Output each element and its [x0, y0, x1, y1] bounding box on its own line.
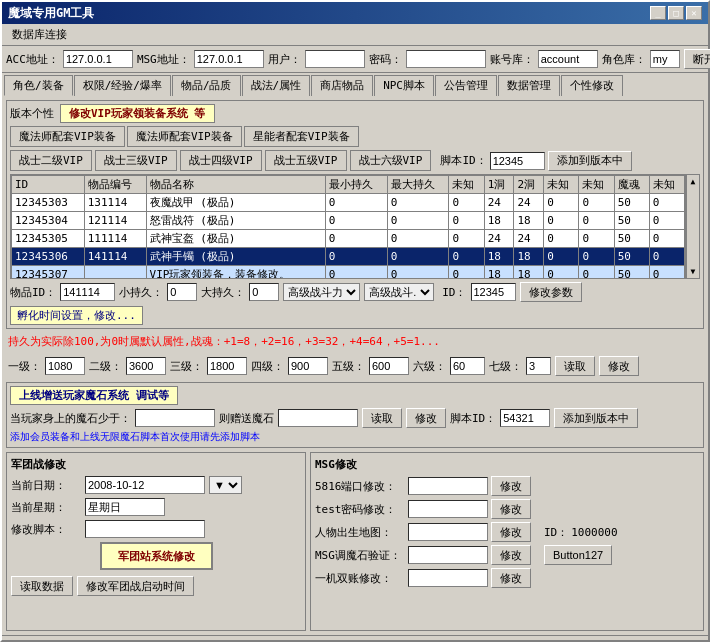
user-label: 用户： [268, 52, 301, 67]
msg-map-modify-button[interactable]: 修改 [491, 522, 531, 542]
stone-give-input[interactable] [278, 409, 358, 427]
acc-db-input[interactable] [538, 50, 598, 68]
vip-sub-tabs: 魔法师配套VIP装备 魔法师配套VIP装备 星能者配套VIP装备 [10, 126, 700, 147]
combat2-select[interactable]: 高级战斗... [364, 283, 434, 301]
table-row[interactable]: 12345305111114武神宝盔 (极品)000242400500 [12, 230, 685, 248]
level1-input[interactable] [45, 357, 85, 375]
table-row[interactable]: 12345306141114武神手镯 (极品)000181800500 [12, 248, 685, 266]
user-input[interactable] [305, 50, 365, 68]
msg-machine-modify-button[interactable]: 修改 [491, 568, 531, 588]
menu-db[interactable]: 数据库连接 [6, 26, 73, 43]
main-window: 魔域专用GM工具 _ □ ✕ 数据库连接 ACC地址： MSG地址： 用户： 密… [0, 0, 710, 642]
tab-data-manage[interactable]: 数据管理 [498, 75, 560, 96]
msg-map-input[interactable] [408, 523, 488, 541]
version-label: 版本个性 [10, 106, 54, 121]
msg-address-label: MSG地址： [137, 52, 190, 67]
table-row[interactable]: 12345303131114夜魔战甲 (极品)000242400500 [12, 194, 685, 212]
window-title: 魔域专用GM工具 [8, 5, 94, 22]
warrior-tab-lv5[interactable]: 战士五级VIP [265, 150, 347, 171]
version-row: 版本个性 修改VIP玩家领装备系统 等 [10, 104, 700, 123]
guild-date-input[interactable] [85, 476, 205, 494]
guild-modify-time-button[interactable]: 修改军团战启动时间 [77, 576, 194, 596]
id-input[interactable] [471, 283, 516, 301]
max-label: 大持久： [201, 285, 245, 300]
min-input[interactable] [167, 283, 197, 301]
stone-title: 上线增送玩家魔石系统 调试等 [10, 386, 178, 405]
add-to-version-button[interactable]: 添加到版本中 [548, 151, 632, 171]
warrior-tab-lv2[interactable]: 战士二级VIP [10, 150, 92, 171]
stone-add-button[interactable]: 添加到版本中 [554, 408, 638, 428]
msg-address-input[interactable] [194, 50, 264, 68]
stone-modify-button[interactable]: 修改 [406, 408, 446, 428]
table-container: ID 物品编号 物品名称 最小持久 最大持久 未知 1洞 2洞 未知 未知 魔魂 [10, 174, 700, 279]
level4-input[interactable] [288, 357, 328, 375]
max-input[interactable] [249, 283, 279, 301]
stone-less-label: 当玩家身上的魔石少于： [10, 411, 131, 426]
guild-big-btn-row: 军团站系统修改 [11, 542, 301, 570]
msg-test-input[interactable] [408, 500, 488, 518]
modify-param-button[interactable]: 修改参数 [520, 282, 582, 302]
stone-read-button[interactable]: 读取 [362, 408, 402, 428]
item-id-input[interactable] [60, 283, 115, 301]
table-scrollbar[interactable]: ▲ ▼ [686, 174, 700, 279]
acc-address-input[interactable] [63, 50, 133, 68]
level6-input[interactable] [450, 357, 485, 375]
role-db-label: 角色库： [602, 52, 646, 67]
tab-shop-item[interactable]: 商店物品 [311, 75, 373, 96]
tab-skill-attribute[interactable]: 战法/属性 [242, 75, 311, 96]
role-db-input[interactable] [650, 50, 680, 68]
stone-less-input[interactable] [135, 409, 215, 427]
warrior-tab-lv6[interactable]: 战士六级VIP [350, 150, 432, 171]
btn127-button[interactable]: Button127 [544, 545, 612, 565]
main-content: 版本个性 修改VIP玩家领装备系统 等 魔法师配套VIP装备 魔法师配套VIP装… [2, 96, 708, 635]
table-row[interactable]: 12345307VIP玩家领装备，装备修改。000181800500 [12, 266, 685, 280]
foot-id-input[interactable] [490, 152, 545, 170]
tab-item-quality[interactable]: 物品/品质 [172, 75, 241, 96]
level7-input[interactable] [526, 357, 551, 375]
level-read-button[interactable]: 读取 [555, 356, 595, 376]
msg-port-input[interactable] [408, 477, 488, 495]
level3-label: 三级： [170, 359, 203, 374]
msg-stone-input[interactable] [408, 546, 488, 564]
close-button[interactable]: ✕ [686, 6, 702, 20]
maximize-button[interactable]: □ [668, 6, 684, 20]
col-header-min: 最小持久 [325, 176, 387, 194]
msg-port-modify-button[interactable]: 修改 [491, 476, 531, 496]
sub-tab-mage-vip[interactable]: 魔法师配套VIP装备 [10, 126, 125, 147]
guild-week-input[interactable] [85, 498, 165, 516]
level5-input[interactable] [369, 357, 409, 375]
guild-read-button[interactable]: 读取数据 [11, 576, 73, 596]
level-modify-button[interactable]: 修改 [599, 356, 639, 376]
tab-personal-modify[interactable]: 个性修改 [561, 75, 623, 96]
guild-system-modify-button[interactable]: 军团站系统修改 [100, 542, 213, 570]
warrior-tab-lv4[interactable]: 战士四级VIP [180, 150, 262, 171]
stone-script-id-input[interactable] [500, 409, 550, 427]
sub-tab-star-vip[interactable]: 星能者配套VIP装备 [244, 126, 359, 147]
tab-role-equipment[interactable]: 角色/装备 [4, 75, 73, 96]
tab-npc-script[interactable]: NPC脚本 [374, 75, 434, 96]
pwd-input[interactable] [406, 50, 486, 68]
stone-script-id-label: 脚本ID： [450, 411, 496, 426]
msg-map-row: 人物出生地图： 修改 ID： 1000000 [315, 522, 699, 542]
msg-machine-input[interactable] [408, 569, 488, 587]
combat-select[interactable]: 高级战斗力 [283, 283, 360, 301]
msg-id-display-value: 1000000 [571, 526, 617, 539]
hatch-hint-badge: 孵化时间设置，修改... [10, 306, 143, 325]
col-header-id: ID [12, 176, 85, 194]
level3-input[interactable] [207, 357, 247, 375]
col-header-soul: 魔魂 [614, 176, 649, 194]
disconnect-button[interactable]: 断开 [684, 49, 710, 69]
guild-script-row: 修改脚本： [11, 520, 301, 538]
sub-tab-mage-vip2[interactable]: 魔法师配套VIP装备 [127, 126, 242, 147]
guild-date-dropdown[interactable]: ▼ [209, 476, 242, 494]
tab-announce[interactable]: 公告管理 [435, 75, 497, 96]
tab-permission[interactable]: 权限/经验/爆率 [74, 75, 171, 96]
msg-test-modify-button[interactable]: 修改 [491, 499, 531, 519]
guild-script-input[interactable] [85, 520, 205, 538]
table-row[interactable]: 12345304121114怒雷战符 (极品)000181800500 [12, 212, 685, 230]
warrior-tab-lv3[interactable]: 战士三级VIP [95, 150, 177, 171]
level4-label: 四级： [251, 359, 284, 374]
level2-input[interactable] [126, 357, 166, 375]
msg-stone-modify-button[interactable]: 修改 [491, 545, 531, 565]
minimize-button[interactable]: _ [650, 6, 666, 20]
